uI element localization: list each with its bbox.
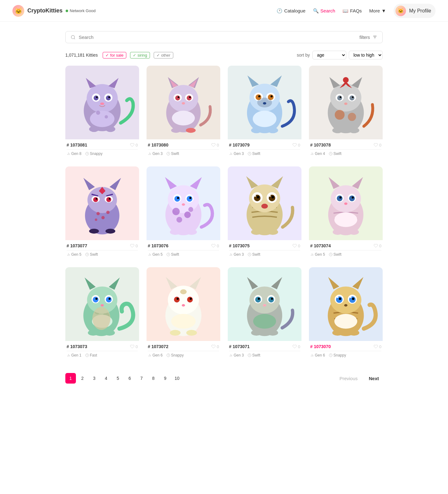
order-select[interactable]: low to high high to low bbox=[349, 51, 383, 59]
gen-icon bbox=[67, 253, 70, 256]
kitty-card[interactable]: # 1073081 0 Gen 8 Snappy bbox=[65, 66, 139, 159]
svg-point-138 bbox=[272, 196, 274, 198]
kitty-card[interactable]: # 1073078 0 Gen 4 Swift bbox=[309, 66, 383, 159]
svg-point-183 bbox=[104, 330, 115, 335]
speed-icon bbox=[85, 152, 89, 156]
kitty-hearts[interactable]: 0 bbox=[211, 344, 219, 349]
svg-point-26 bbox=[169, 85, 198, 112]
svg-point-121 bbox=[189, 197, 192, 199]
status-indicator bbox=[66, 10, 68, 12]
kitty-card[interactable]: # 1073075 0 Gen 3 Swift bbox=[228, 166, 301, 260]
nav-search[interactable]: 🔍 Search bbox=[313, 8, 335, 14]
page-numbers: 12345678910 bbox=[65, 373, 182, 384]
kitty-hearts[interactable]: 0 bbox=[374, 143, 381, 147]
kitty-hearts[interactable]: 0 bbox=[130, 143, 138, 147]
page-button-9[interactable]: 9 bbox=[160, 373, 170, 384]
kitty-info: # 1073075 0 Gen 3 Swift bbox=[228, 240, 301, 260]
kitty-speed: Snappy bbox=[329, 353, 346, 357]
svg-marker-151 bbox=[329, 177, 340, 189]
kitty-card[interactable]: # 1073079 0 Gen 3 Swift bbox=[228, 66, 301, 159]
speed-icon bbox=[166, 353, 170, 357]
kitty-speed: Swift bbox=[248, 252, 260, 257]
svg-point-208 bbox=[250, 287, 280, 314]
kitty-hearts[interactable]: 0 bbox=[211, 244, 219, 248]
prev-button[interactable]: Previous bbox=[336, 374, 361, 383]
page-button-4[interactable]: 4 bbox=[101, 373, 111, 384]
svg-point-77 bbox=[335, 110, 345, 120]
heart-icon bbox=[130, 344, 134, 349]
kitty-card[interactable]: # 1073073 0 Gen 1 Fast bbox=[65, 267, 139, 361]
kitty-id: # 1073079 bbox=[229, 142, 250, 147]
sort-select[interactable]: age price generation bbox=[312, 51, 346, 59]
svg-marker-48 bbox=[247, 76, 259, 87]
page-button-2[interactable]: 2 bbox=[77, 373, 88, 384]
search-bar: filters bbox=[65, 31, 383, 43]
kitty-hearts[interactable]: 0 bbox=[130, 244, 138, 248]
kitty-gen: Gen 5 bbox=[310, 252, 325, 257]
kitty-card[interactable]: # 1073074 0 Gen 5 Swift bbox=[309, 166, 383, 260]
nav-catalogue[interactable]: 🕐 Catalogue bbox=[277, 8, 305, 14]
filter-siring[interactable]: ✓ siring bbox=[130, 52, 150, 58]
kitty-hearts[interactable]: 0 bbox=[211, 143, 219, 147]
kitty-hearts[interactable]: 0 bbox=[130, 344, 138, 349]
svg-point-156 bbox=[349, 195, 355, 201]
kitty-card[interactable]: # 1073070 0 Gen 6 Snappy bbox=[309, 267, 383, 361]
page-button-10[interactable]: 10 bbox=[172, 373, 182, 384]
svg-point-65 bbox=[330, 84, 361, 112]
nav-links: 🕐 Catalogue 🔍 Search 📖 FAQs More ▼ 🐱 My … bbox=[277, 4, 436, 18]
kitty-hearts[interactable]: 0 bbox=[292, 344, 300, 349]
speed-icon bbox=[166, 253, 170, 256]
svg-marker-9 bbox=[108, 78, 119, 88]
kitty-card[interactable]: # 1073071 0 Gen 3 Swift bbox=[228, 267, 301, 361]
page-button-8[interactable]: 8 bbox=[148, 373, 159, 384]
filters-toggle[interactable]: filters bbox=[360, 35, 377, 40]
filter-for-sale[interactable]: ✓ for sale bbox=[103, 52, 126, 58]
svg-point-149 bbox=[331, 185, 361, 212]
sort-area: sort by age price generation low to high… bbox=[297, 51, 383, 59]
kitty-hearts[interactable]: 0 bbox=[292, 244, 300, 248]
svg-point-75 bbox=[352, 96, 353, 98]
svg-point-240 bbox=[349, 330, 359, 335]
page-button-1[interactable]: 1 bbox=[65, 373, 76, 384]
svg-point-20 bbox=[105, 126, 115, 132]
heart-icon bbox=[130, 143, 134, 147]
kitty-hearts[interactable]: 0 bbox=[292, 143, 300, 147]
speed-icon bbox=[166, 152, 170, 156]
kitty-speed: Snappy bbox=[85, 151, 103, 156]
page-button-3[interactable]: 3 bbox=[89, 373, 100, 384]
kitty-hearts[interactable]: 0 bbox=[374, 244, 381, 248]
svg-point-180 bbox=[109, 298, 111, 300]
svg-point-109 bbox=[168, 185, 199, 213]
filter-other[interactable]: ✓ other bbox=[154, 52, 173, 58]
kitty-info: # 1073072 0 Gen 6 Snappy bbox=[147, 341, 220, 361]
page-button-5[interactable]: 5 bbox=[113, 373, 123, 384]
kitty-id: # 1073070 bbox=[310, 344, 331, 349]
brand-name: CryptoKitties bbox=[27, 7, 63, 14]
kitty-gen: Gen 3 bbox=[229, 151, 244, 156]
kitty-hearts[interactable]: 0 bbox=[374, 344, 381, 349]
kitty-card[interactable]: # 1073072 0 Gen 6 Snappy bbox=[147, 267, 220, 361]
next-button[interactable]: Next bbox=[365, 374, 383, 383]
svg-point-58 bbox=[251, 128, 262, 133]
svg-point-197 bbox=[177, 298, 179, 300]
svg-point-219 bbox=[251, 330, 262, 335]
nav-more[interactable]: More ▼ bbox=[369, 8, 386, 13]
filter-icon bbox=[372, 35, 377, 40]
speed-icon bbox=[248, 253, 251, 256]
kitty-card[interactable]: # 1073080 0 Gen 3 Swift bbox=[147, 66, 220, 159]
filters-row: 1,071,181 Kitties ✓ for sale ✓ siring ✓ … bbox=[65, 51, 383, 59]
svg-point-38 bbox=[182, 102, 185, 105]
search-input[interactable] bbox=[79, 35, 360, 40]
svg-point-101 bbox=[95, 218, 97, 221]
page-button-7[interactable]: 7 bbox=[136, 373, 147, 384]
kitty-card[interactable]: # 1073076 0 Gen 5 Swift bbox=[147, 166, 220, 260]
kitty-card[interactable]: # 1073077 0 Gen 5 Swift bbox=[65, 166, 139, 260]
svg-point-59 bbox=[268, 128, 278, 133]
page-button-6[interactable]: 6 bbox=[124, 373, 135, 384]
profile-avatar: 🐱 bbox=[395, 6, 406, 16]
gen-icon bbox=[310, 152, 314, 156]
nav-faqs[interactable]: 📖 FAQs bbox=[343, 8, 362, 14]
profile-button[interactable]: 🐱 My Profile bbox=[394, 4, 436, 18]
kitty-info: # 1073081 0 Gen 8 Snappy bbox=[65, 139, 139, 159]
nav-left: 🐱 CryptoKitties Network Good bbox=[12, 5, 96, 17]
